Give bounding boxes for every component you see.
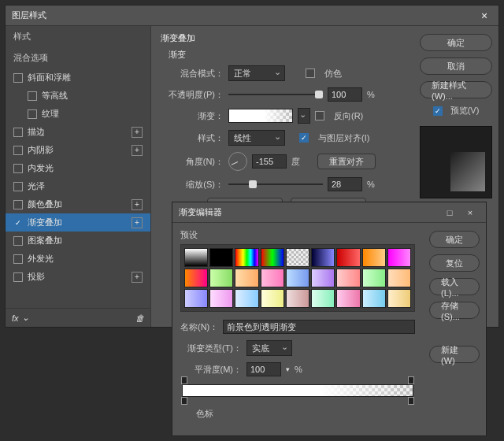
style-checkbox[interactable] [13, 73, 23, 83]
angle-input[interactable]: -155 [252, 154, 287, 169]
style-checkbox[interactable] [13, 164, 23, 173]
style-checkbox[interactable] [13, 254, 23, 264]
reset-align-button[interactable]: 重置对齐 [317, 154, 376, 169]
reverse-checkbox[interactable] [315, 111, 324, 120]
add-effect-icon[interactable]: + [132, 272, 143, 283]
preset-swatch[interactable] [286, 289, 309, 308]
style-label: 描边 [28, 126, 132, 138]
ge-reset-button[interactable]: 复位 [429, 254, 480, 272]
style-checkbox[interactable] [28, 91, 37, 101]
preset-swatch[interactable] [336, 248, 360, 267]
preset-swatch[interactable] [209, 248, 233, 267]
preset-swatch[interactable] [336, 269, 360, 287]
add-effect-icon[interactable]: + [132, 217, 143, 228]
cancel-button[interactable]: 取消 [420, 57, 492, 75]
ge-save-button[interactable]: 存储(S)... [429, 302, 480, 319]
ge-titlebar[interactable]: 渐变编辑器 □ × [172, 202, 486, 223]
blend-options[interactable]: 混合选项 [6, 47, 150, 69]
preset-swatch[interactable] [362, 248, 386, 267]
style-item-1[interactable]: 等高线 [6, 87, 150, 105]
scale-input[interactable]: 28 [328, 177, 362, 191]
preset-swatch[interactable] [184, 269, 208, 287]
preview-checkbox[interactable]: ✓ [433, 106, 443, 116]
trash-icon[interactable]: 🗑 [135, 313, 144, 323]
color-stop-left[interactable] [181, 397, 187, 405]
blend-mode-select[interactable]: 正常 [228, 65, 285, 81]
style-item-7[interactable]: 颜色叠加+ [6, 195, 150, 213]
preset-swatch[interactable] [336, 289, 360, 308]
fx-bar[interactable]: fx ⌄ 🗑 [6, 308, 150, 327]
titlebar[interactable]: 图层样式 × [6, 6, 498, 26]
preset-swatch[interactable] [235, 248, 258, 267]
ge-ok-button[interactable]: 确定 [429, 231, 480, 248]
style-item-10[interactable]: 外发光 [6, 250, 150, 268]
preset-swatch[interactable] [362, 269, 386, 287]
style-item-5[interactable]: 内发光 [6, 159, 150, 177]
preset-swatch[interactable] [362, 289, 386, 308]
preset-swatch[interactable] [209, 289, 233, 308]
style-checkbox[interactable] [13, 146, 23, 155]
preset-swatch[interactable] [311, 269, 335, 287]
opacity-stop-left[interactable] [181, 376, 187, 384]
style-item-6[interactable]: 光泽 [6, 177, 150, 195]
preset-swatch[interactable] [387, 289, 411, 308]
ge-new-button[interactable]: 新建(W) [429, 346, 480, 363]
preset-swatch[interactable] [311, 248, 335, 267]
gradient-bar[interactable] [182, 384, 413, 397]
gradient-dropdown[interactable] [298, 108, 310, 124]
opacity-input[interactable]: 100 [328, 87, 362, 102]
style-checkbox[interactable]: ✓ [13, 218, 23, 228]
color-stop-right[interactable] [408, 397, 414, 405]
style-select[interactable]: 线性 [228, 130, 285, 146]
add-effect-icon[interactable]: + [132, 127, 143, 138]
add-effect-icon[interactable]: + [132, 199, 143, 210]
scale-slider[interactable] [228, 179, 323, 190]
add-effect-icon[interactable]: + [132, 145, 143, 156]
style-checkbox[interactable] [13, 128, 23, 137]
new-style-button[interactable]: 新建样式(W)... [420, 81, 492, 98]
ge-load-button[interactable]: 载入(L)... [429, 278, 480, 295]
style-item-0[interactable]: 斜面和浮雕 [6, 69, 150, 87]
style-checkbox[interactable] [13, 236, 23, 246]
preset-swatch[interactable] [235, 269, 258, 287]
name-input[interactable]: 前景色到透明渐变 [223, 320, 415, 334]
align-checkbox[interactable]: ✓ [299, 133, 309, 143]
close-icon[interactable]: × [476, 8, 492, 24]
preset-swatch[interactable] [184, 289, 208, 308]
preset-swatch[interactable] [261, 248, 284, 267]
dither-checkbox[interactable] [306, 69, 315, 78]
smooth-input[interactable]: 100 [246, 362, 281, 376]
gradient-swatch[interactable] [228, 109, 293, 123]
preset-swatch[interactable] [209, 269, 233, 287]
style-checkbox[interactable] [13, 200, 23, 209]
style-item-11[interactable]: 投影+ [6, 268, 150, 286]
style-checkbox[interactable] [28, 109, 37, 119]
reverse-label: 反向(R) [334, 110, 363, 122]
ok-button[interactable]: 确定 [420, 34, 492, 51]
preset-swatch[interactable] [261, 289, 284, 308]
preset-swatch[interactable] [387, 269, 411, 287]
preset-swatch[interactable] [235, 289, 258, 308]
style-item-8[interactable]: ✓渐变叠加+ [6, 213, 150, 232]
ge-close-icon[interactable]: × [461, 205, 480, 220]
preset-swatch[interactable] [311, 289, 335, 308]
style-item-4[interactable]: 内阴影+ [6, 141, 150, 159]
style-label: 样式： [169, 132, 224, 144]
styles-header[interactable]: 样式 [6, 26, 150, 47]
preset-swatch[interactable] [261, 269, 284, 287]
preset-swatch[interactable] [286, 269, 309, 287]
style-item-3[interactable]: 描边+ [6, 123, 150, 141]
opacity-slider[interactable] [228, 89, 323, 100]
preset-swatch[interactable] [387, 248, 411, 267]
opacity-stop-right[interactable] [408, 376, 414, 384]
preset-swatch[interactable] [184, 248, 208, 267]
blend-mode-label: 混合模式： [169, 68, 224, 80]
type-select[interactable]: 实底 [246, 340, 292, 356]
angle-dial[interactable] [228, 152, 247, 171]
style-checkbox[interactable] [13, 272, 23, 282]
preset-swatch[interactable] [286, 248, 309, 267]
style-item-2[interactable]: 纹理 [6, 105, 150, 123]
maximize-icon[interactable]: □ [440, 205, 459, 220]
style-item-9[interactable]: 图案叠加 [6, 232, 150, 250]
style-checkbox[interactable] [13, 182, 23, 191]
